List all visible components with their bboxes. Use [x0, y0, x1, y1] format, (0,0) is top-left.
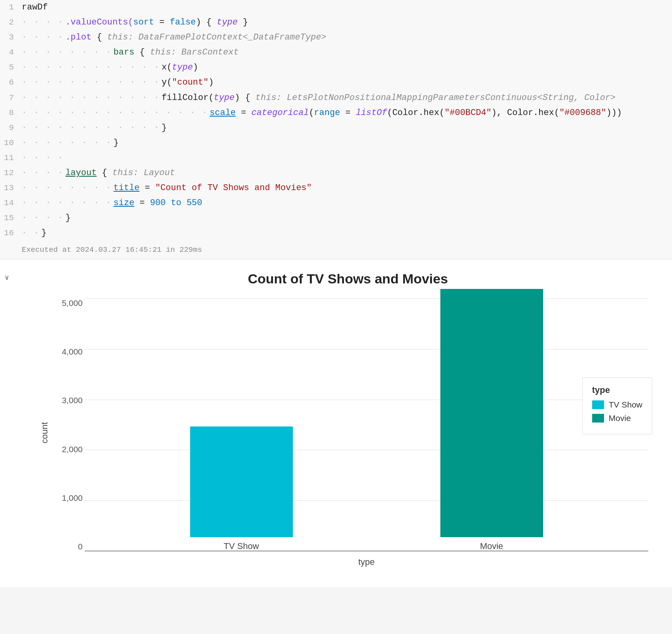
chart-inner: 5,0004,0003,0002,0001,0000 TV ShowMovie … — [53, 298, 656, 567]
code-line: 8· · · · · · · · · · · · · · · · scale =… — [0, 106, 672, 121]
code-token: ) { — [196, 17, 217, 27]
y-axis-label: count — [40, 422, 50, 443]
code-line: 16· · } — [0, 226, 672, 241]
code-token: { — [134, 47, 150, 57]
code-token: size — [113, 198, 134, 208]
page-wrapper: 1rawDf2· · · · .valueCounts(sort = false… — [0, 0, 672, 587]
legend-item: Movie — [592, 413, 642, 423]
chart-plot: 5,0004,0003,0002,0001,0000 TV ShowMovie … — [85, 298, 648, 567]
code-content: title = "Count of TV Shows and Movies" — [113, 181, 312, 195]
code-token: range — [314, 108, 340, 118]
code-content: .plot { this: DataFramePlotContext<_Data… — [65, 31, 326, 44]
legend-swatch — [592, 400, 604, 409]
code-token: ) { — [235, 93, 256, 103]
legend-swatch — [592, 414, 604, 423]
code-content: fillColor(type) { this: LetsPlotNonPosit… — [162, 91, 616, 105]
code-token: type — [214, 93, 235, 103]
line-number: 15 — [0, 212, 22, 225]
line-dots: · · · · · · · · — [22, 136, 112, 150]
line-dots: · · · · — [22, 211, 64, 225]
code-token: ))) — [606, 108, 622, 118]
line-number: 7 — [0, 92, 22, 105]
code-content: rawDf — [22, 1, 48, 14]
code-token: ), Color.hex( — [491, 108, 559, 118]
code-line: 15· · · · } — [0, 211, 672, 226]
code-token: .valueCounts( — [65, 17, 133, 27]
code-token: = — [154, 17, 170, 27]
line-dots: · · · · · · · · · · · · — [22, 76, 160, 89]
line-number: 8 — [0, 107, 22, 120]
code-content: bars { this: BarsContext — [113, 46, 239, 59]
code-token: "#009688" — [559, 108, 606, 118]
code-line: 12· · · · layout { this: Layout — [0, 166, 672, 181]
code-content: scale = categorical(range = listOf(Color… — [210, 106, 622, 120]
code-token: this: DataFramePlotContext<_DataFrameTyp… — [107, 32, 327, 42]
code-token: "Count of TV Shows and Movies" — [155, 183, 312, 193]
y-tick: 5,000 — [57, 298, 83, 308]
code-line: 14· · · · · · · · size = 900 to 550 — [0, 196, 672, 211]
code-token: = — [340, 108, 356, 118]
line-dots: · · · · — [22, 16, 64, 29]
code-token: ) — [193, 62, 198, 72]
y-ticks: 5,0004,0003,0002,0001,0000 — [57, 298, 83, 551]
line-dots: · · · · · · · · · · · · — [22, 91, 160, 105]
code-line: 6· · · · · · · · · · · · y("count") — [0, 75, 672, 90]
x-axis-label: type — [85, 557, 648, 567]
code-content: size = 900 to 550 — [113, 196, 202, 210]
line-dots: · · · · — [22, 151, 64, 165]
execution-note: Executed at 2024.03.27 16:45:21 in 229ms — [0, 241, 672, 259]
code-section: 1rawDf2· · · · .valueCounts(sort = false… — [0, 0, 672, 259]
code-token: type — [217, 17, 238, 27]
code-line: 11· · · · — [0, 151, 672, 166]
collapse-icon[interactable]: ∨ — [5, 273, 9, 282]
code-line: 1rawDf — [0, 0, 672, 15]
code-token: ) — [208, 77, 213, 87]
bar — [440, 289, 543, 537]
code-lines-container: 1rawDf2· · · · .valueCounts(sort = false… — [0, 0, 672, 241]
line-number: 6 — [0, 76, 22, 89]
code-token: } — [113, 138, 119, 148]
line-dots: · · · · · · · · — [22, 196, 112, 210]
line-number: 2 — [0, 16, 22, 29]
y-tick: 4,000 — [57, 347, 83, 357]
code-token: .plot — [65, 32, 91, 42]
line-number: 9 — [0, 122, 22, 135]
code-token: 900 — [150, 198, 166, 208]
line-dots: · · · · — [22, 31, 64, 44]
code-line: 9· · · · · · · · · · · · } — [0, 121, 672, 136]
code-token: false — [170, 17, 196, 27]
code-line: 7· · · · · · · · · · · · fillColor(type)… — [0, 91, 672, 106]
code-token: y( — [162, 77, 172, 87]
line-number: 16 — [0, 227, 22, 240]
code-token: scale — [210, 108, 236, 118]
line-dots: · · · · · · · · · · · · — [22, 121, 160, 135]
code-token: bars — [113, 47, 134, 57]
code-token: } — [162, 123, 167, 133]
y-tick: 0 — [57, 542, 83, 551]
chart-section: ∨ Count of TV Shows and Movies count 5,0… — [0, 259, 672, 587]
code-line: 10· · · · · · · · } — [0, 136, 672, 151]
code-token: } — [238, 17, 248, 27]
code-content: } — [162, 121, 167, 135]
y-tick: 1,000 — [57, 493, 83, 503]
bar — [190, 426, 293, 537]
line-number: 12 — [0, 167, 22, 180]
code-token: fillColor( — [162, 93, 214, 103]
code-token: "#00BCD4" — [444, 108, 491, 118]
line-number: 3 — [0, 31, 22, 44]
code-token: this: BarsContext — [150, 47, 238, 57]
line-dots: · · · · · · · · · · · · · · · · — [22, 106, 208, 120]
code-token: x( — [162, 62, 172, 72]
line-number: 10 — [0, 137, 22, 150]
bars-container: TV ShowMovie — [85, 298, 648, 551]
legend-item-label: TV Show — [609, 400, 642, 409]
code-token: this: Layout — [112, 168, 175, 178]
legend-title: type — [592, 385, 642, 395]
code-token: categorical — [251, 108, 309, 118]
line-dots: · · — [22, 226, 40, 240]
chart-title: Count of TV Shows and Movies — [40, 271, 656, 287]
code-token: = — [134, 198, 150, 208]
code-token: listOf — [356, 108, 387, 118]
code-content: } — [65, 211, 70, 225]
legend-item: TV Show — [592, 400, 642, 409]
